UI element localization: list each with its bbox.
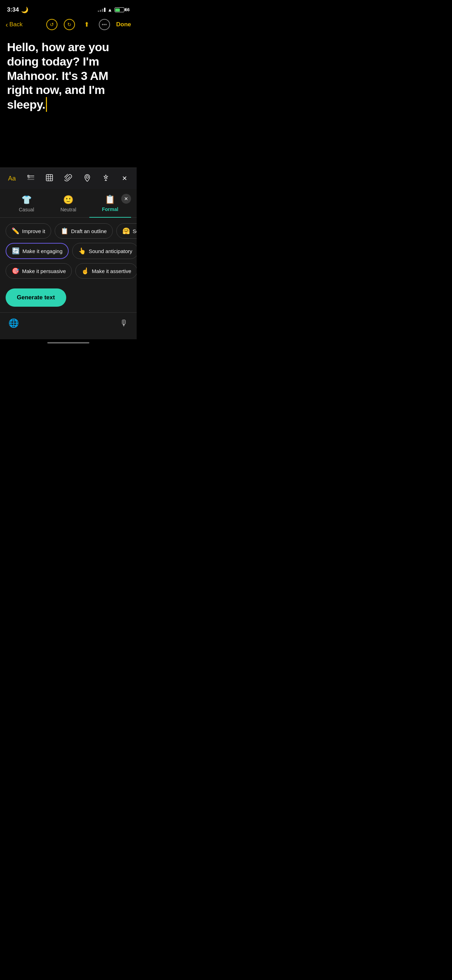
- ai-panel: 👕 Casual 🙂 Neutral 📋 Formal ✕ ✏️ Improve…: [0, 189, 137, 312]
- engaging-label: Make it engaging: [22, 248, 62, 254]
- generate-section: Generate text: [0, 283, 137, 312]
- globe-icon[interactable]: 🌐: [8, 318, 19, 328]
- undo-button[interactable]: ↺: [46, 19, 57, 30]
- assertive-icon: ☝️: [81, 267, 89, 275]
- status-icons: ▲ 56: [98, 7, 130, 13]
- tab-neutral[interactable]: 🙂 Neutral: [47, 195, 89, 217]
- formal-label: Formal: [102, 207, 118, 212]
- attachment-button[interactable]: [62, 172, 75, 185]
- close-icon: ✕: [124, 196, 128, 202]
- editor-area[interactable]: Hello, how are you doing today? I'm Mahn…: [0, 34, 137, 167]
- suggestion-chips: ✏️ Improve it 📋 Draft an outline 🤗 Sound…: [0, 218, 137, 283]
- battery-indicator: 56: [115, 7, 130, 12]
- ai-button[interactable]: [100, 172, 112, 185]
- assertive-chip[interactable]: ☝️ Make it assertive: [75, 263, 137, 278]
- checklist-icon: [27, 174, 35, 183]
- checklist-button[interactable]: [24, 172, 37, 185]
- home-pill: [47, 342, 89, 344]
- draft-label: Draft an outline: [71, 228, 107, 234]
- persuasive-label: Make it persuasive: [22, 268, 66, 274]
- tone-panel-close-button[interactable]: ✕: [121, 194, 131, 204]
- formal-icon: 📋: [105, 194, 115, 204]
- casual-label: Casual: [19, 207, 34, 212]
- svg-rect-4: [46, 175, 53, 181]
- redo-button[interactable]: ↻: [64, 19, 75, 30]
- svg-point-9: [86, 176, 88, 178]
- battery-percent: 56: [125, 7, 130, 12]
- persuasive-chip[interactable]: 🎯 Make it persuasive: [6, 263, 72, 278]
- casual-icon: 👕: [21, 195, 32, 205]
- dismiss-icon: ✕: [122, 175, 127, 182]
- neutral-label: Neutral: [60, 207, 76, 212]
- undo-icon: ↺: [50, 22, 54, 27]
- home-indicator: [0, 339, 137, 345]
- editor-text: Hello, how are you doing today? I'm Mahn…: [7, 40, 130, 112]
- keyboard-bar: 🌐 🎙: [0, 312, 137, 339]
- status-time: 3:34 🌙: [7, 6, 29, 14]
- draft-outline-chip[interactable]: 📋 Draft an outline: [55, 223, 113, 239]
- text-cursor: [46, 97, 47, 112]
- font-button[interactable]: Aa: [6, 172, 18, 185]
- improve-icon: ✏️: [11, 227, 19, 235]
- location-icon: [83, 174, 91, 183]
- persuasive-icon: 🎯: [11, 267, 19, 275]
- share-icon: ⬆: [84, 21, 89, 29]
- wifi-icon: ▲: [108, 7, 113, 13]
- battery-body: [115, 7, 124, 12]
- engaging-icon: 🔄: [12, 247, 20, 255]
- tone-tabs: 👕 Casual 🙂 Neutral 📋 Formal ✕: [0, 189, 137, 218]
- location-button[interactable]: [81, 172, 94, 185]
- time-display: 3:34: [7, 6, 19, 13]
- engaging-chip[interactable]: 🔄 Make it engaging: [6, 243, 69, 259]
- back-label: Back: [10, 21, 23, 28]
- svg-rect-0: [28, 175, 29, 177]
- chips-row-3: 🎯 Make it persuasive ☝️ Make it assertiv…: [6, 263, 137, 278]
- sound-com-chip[interactable]: 🤗 Sound com: [116, 223, 137, 239]
- ai-icon: [102, 174, 110, 183]
- back-chevron-icon: ‹: [6, 21, 8, 29]
- generate-text-button[interactable]: Generate text: [6, 288, 66, 307]
- chips-row-1: ✏️ Improve it 📋 Draft an outline 🤗 Sound…: [6, 223, 137, 239]
- neutral-icon: 🙂: [63, 195, 73, 205]
- sound-com-label: Sound com: [133, 228, 137, 234]
- more-button[interactable]: •••: [99, 19, 110, 30]
- tab-casual[interactable]: 👕 Casual: [6, 195, 47, 217]
- table-icon: [46, 174, 53, 183]
- assertive-label: Make it assertive: [92, 268, 131, 274]
- back-button[interactable]: ‹ Back: [6, 21, 22, 29]
- anticipatory-chip[interactable]: 👆 Sound anticipatory: [72, 243, 137, 259]
- share-button[interactable]: ⬆: [81, 19, 92, 30]
- sound-com-icon: 🤗: [122, 227, 130, 235]
- done-button[interactable]: Done: [116, 21, 131, 28]
- editor-text-content: Hello, how are you doing today? I'm Mahn…: [7, 40, 109, 111]
- table-button[interactable]: [43, 172, 56, 185]
- improve-label: Improve it: [22, 228, 45, 234]
- improve-chip[interactable]: ✏️ Improve it: [6, 223, 51, 239]
- more-icon: •••: [102, 22, 107, 27]
- signal-icon: [98, 8, 105, 12]
- battery-fill: [115, 8, 120, 11]
- mic-icon[interactable]: 🎙: [120, 318, 128, 328]
- formatting-toolbar: Aa: [0, 167, 137, 189]
- anticipatory-label: Sound anticipatory: [89, 248, 132, 254]
- anticipatory-icon: 👆: [78, 247, 86, 255]
- chips-row-2: 🔄 Make it engaging 👆 Sound anticipatory …: [6, 243, 137, 259]
- status-bar: 3:34 🌙 ▲ 56: [0, 0, 137, 18]
- moon-icon: 🌙: [21, 6, 29, 14]
- draft-icon: 📋: [60, 227, 68, 235]
- dismiss-toolbar-button[interactable]: ✕: [118, 172, 131, 185]
- font-icon: Aa: [8, 175, 16, 182]
- redo-icon: ↻: [67, 22, 72, 27]
- nav-bar: ‹ Back ↺ ↻ ⬆ ••• Done: [0, 18, 137, 34]
- nav-actions: ↺ ↻ ⬆ ••• Done: [46, 19, 131, 30]
- attachment-icon: [64, 174, 72, 183]
